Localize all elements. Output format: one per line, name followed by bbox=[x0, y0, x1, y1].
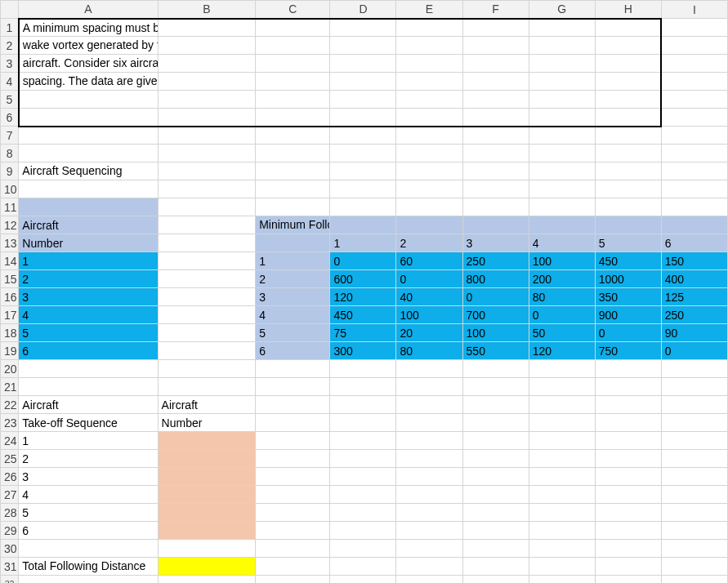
row-header-8[interactable]: 8 bbox=[1, 145, 19, 162]
cell-C21[interactable] bbox=[256, 378, 330, 396]
cell-B15[interactable] bbox=[158, 270, 256, 288]
cell-H25[interactable] bbox=[595, 450, 661, 468]
cell-A25[interactable]: 2 bbox=[19, 450, 158, 468]
cell-H12[interactable] bbox=[595, 216, 661, 234]
cell-A6[interactable] bbox=[19, 109, 158, 127]
cell-B16[interactable] bbox=[158, 288, 256, 306]
cell-F28[interactable] bbox=[462, 504, 529, 522]
select-all-corner[interactable] bbox=[1, 1, 19, 19]
cell-I12[interactable] bbox=[661, 216, 727, 234]
cell-C7[interactable] bbox=[256, 127, 330, 145]
row-header-24[interactable]: 24 bbox=[1, 432, 19, 450]
cell-C26[interactable] bbox=[256, 468, 330, 486]
cell-C19[interactable]: 6 bbox=[256, 342, 330, 360]
cell-C31[interactable] bbox=[256, 558, 330, 576]
cell-E6[interactable] bbox=[396, 109, 462, 127]
cell-I6[interactable] bbox=[661, 109, 727, 127]
cell-I11[interactable] bbox=[661, 198, 727, 216]
cell-G30[interactable] bbox=[529, 540, 595, 558]
cell-E1[interactable] bbox=[396, 19, 462, 37]
cell-A1[interactable]: A minimum spacing must be maintained whe… bbox=[19, 19, 158, 37]
row-header-32[interactable]: 32 bbox=[1, 576, 19, 584]
cell-H31[interactable] bbox=[595, 558, 661, 576]
cell-G26[interactable] bbox=[529, 468, 595, 486]
cell-H3[interactable] bbox=[595, 55, 661, 73]
cell-A11[interactable] bbox=[19, 198, 158, 216]
cell-I13[interactable]: 6 bbox=[661, 234, 727, 252]
row-header-23[interactable]: 23 bbox=[1, 414, 19, 432]
cell-D25[interactable] bbox=[330, 450, 396, 468]
cell-E16[interactable]: 40 bbox=[396, 288, 462, 306]
cell-B12[interactable] bbox=[158, 216, 256, 234]
cell-C32[interactable] bbox=[256, 576, 330, 584]
cell-G3[interactable] bbox=[529, 55, 595, 73]
cell-E20[interactable] bbox=[396, 360, 462, 378]
cell-B6[interactable] bbox=[158, 109, 256, 127]
cell-I7[interactable] bbox=[661, 127, 727, 145]
row-header-15[interactable]: 15 bbox=[1, 270, 19, 288]
cell-A5[interactable] bbox=[19, 91, 158, 109]
cell-E31[interactable] bbox=[396, 558, 462, 576]
cell-F10[interactable] bbox=[462, 180, 529, 198]
cell-B29[interactable] bbox=[158, 522, 256, 540]
cell-B11[interactable] bbox=[158, 198, 256, 216]
cell-B14[interactable] bbox=[158, 252, 256, 270]
cell-D14[interactable]: 0 bbox=[330, 252, 396, 270]
cell-A14[interactable]: 1 bbox=[19, 252, 158, 270]
cell-A19[interactable]: 6 bbox=[19, 342, 158, 360]
cell-F5[interactable] bbox=[462, 91, 529, 109]
cell-D24[interactable] bbox=[330, 432, 396, 450]
cell-D15[interactable]: 600 bbox=[330, 270, 396, 288]
cell-G23[interactable] bbox=[529, 414, 595, 432]
cell-C12[interactable]: Minimum Following Distance (i.e., Spacin… bbox=[256, 216, 330, 234]
cell-D21[interactable] bbox=[330, 378, 396, 396]
cell-E18[interactable]: 20 bbox=[396, 324, 462, 342]
cell-H18[interactable]: 0 bbox=[595, 324, 661, 342]
cell-D13[interactable]: 1 bbox=[330, 234, 396, 252]
col-header-H[interactable]: H bbox=[595, 1, 661, 19]
cell-F29[interactable] bbox=[462, 522, 529, 540]
cell-G24[interactable] bbox=[529, 432, 595, 450]
cell-G5[interactable] bbox=[529, 91, 595, 109]
cell-F4[interactable] bbox=[462, 73, 529, 91]
cell-C29[interactable] bbox=[256, 522, 330, 540]
cell-F13[interactable]: 3 bbox=[462, 234, 529, 252]
cell-A12[interactable]: Aircraft bbox=[19, 216, 158, 234]
row-header-14[interactable]: 14 bbox=[1, 252, 19, 270]
row-header-25[interactable]: 25 bbox=[1, 450, 19, 468]
cell-G31[interactable] bbox=[529, 558, 595, 576]
cell-F7[interactable] bbox=[462, 127, 529, 145]
cell-I18[interactable]: 90 bbox=[661, 324, 727, 342]
cell-I14[interactable]: 150 bbox=[661, 252, 727, 270]
cell-A30[interactable] bbox=[19, 540, 158, 558]
cell-I23[interactable] bbox=[661, 414, 727, 432]
cell-F25[interactable] bbox=[462, 450, 529, 468]
cell-G10[interactable] bbox=[529, 180, 595, 198]
cell-I22[interactable] bbox=[661, 396, 727, 414]
cell-D20[interactable] bbox=[330, 360, 396, 378]
cell-B28[interactable] bbox=[158, 504, 256, 522]
col-header-E[interactable]: E bbox=[396, 1, 462, 19]
cell-H32[interactable] bbox=[595, 576, 661, 584]
cell-C28[interactable] bbox=[256, 504, 330, 522]
row-header-1[interactable]: 1 bbox=[1, 19, 19, 37]
cell-G4[interactable] bbox=[529, 73, 595, 91]
cell-D23[interactable] bbox=[330, 414, 396, 432]
cell-H30[interactable] bbox=[595, 540, 661, 558]
row-header-6[interactable]: 6 bbox=[1, 109, 19, 127]
cell-I16[interactable]: 125 bbox=[661, 288, 727, 306]
cell-I2[interactable] bbox=[661, 37, 727, 55]
cell-C5[interactable] bbox=[256, 91, 330, 109]
spreadsheet-grid[interactable]: A B C D E F G H I 1 A minimum spacing mu… bbox=[0, 0, 728, 583]
cell-F26[interactable] bbox=[462, 468, 529, 486]
cell-B13[interactable] bbox=[158, 234, 256, 252]
cell-C15[interactable]: 2 bbox=[256, 270, 330, 288]
row-header-27[interactable]: 27 bbox=[1, 486, 19, 504]
cell-G12[interactable] bbox=[529, 216, 595, 234]
row-header-30[interactable]: 30 bbox=[1, 540, 19, 558]
cell-A9[interactable]: Aircraft Sequencing bbox=[19, 162, 158, 180]
cell-D9[interactable] bbox=[330, 162, 396, 180]
cell-H16[interactable]: 350 bbox=[595, 288, 661, 306]
row-header-7[interactable]: 7 bbox=[1, 127, 19, 145]
cell-G21[interactable] bbox=[529, 378, 595, 396]
